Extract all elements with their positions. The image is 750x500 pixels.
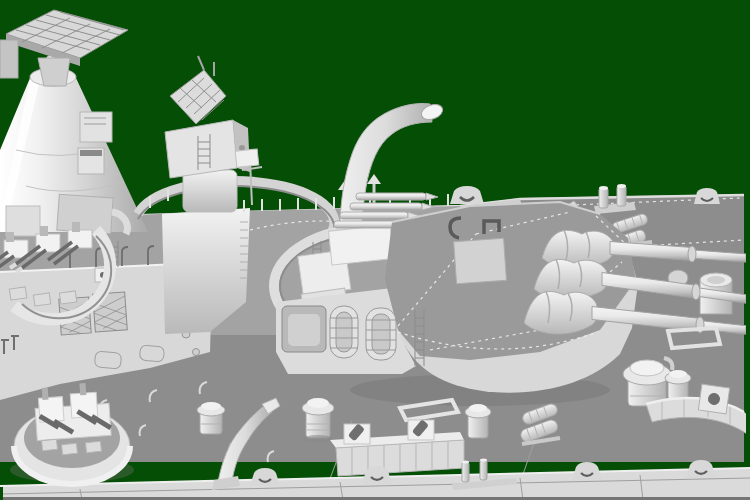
cable-reel — [698, 384, 729, 414]
turret-equipment-box — [282, 306, 326, 352]
battleship-render-canvas — [0, 0, 750, 500]
base-platform-box — [6, 206, 40, 236]
radar-side-box — [0, 40, 18, 78]
mount-body — [328, 225, 393, 265]
tower-side-box — [80, 112, 112, 142]
mushroom-vent-tall — [302, 398, 334, 443]
vent-pedestal — [344, 423, 370, 444]
ready-box — [235, 149, 259, 167]
backdrop-corner-sliver — [0, 487, 3, 500]
backdrop-right-margin — [746, 0, 750, 458]
vent-pedestal — [408, 419, 434, 440]
mushroom-vent-mid — [465, 404, 491, 438]
mushroom-vent-left — [197, 402, 225, 434]
render-scene — [0, 0, 750, 500]
director-pedestal — [183, 170, 237, 212]
turret-periscope-box — [454, 238, 507, 283]
radar-pedestal — [38, 58, 70, 86]
base-platform-box — [57, 194, 113, 234]
porthole — [193, 349, 200, 356]
mushroom-vent-small — [665, 370, 691, 400]
